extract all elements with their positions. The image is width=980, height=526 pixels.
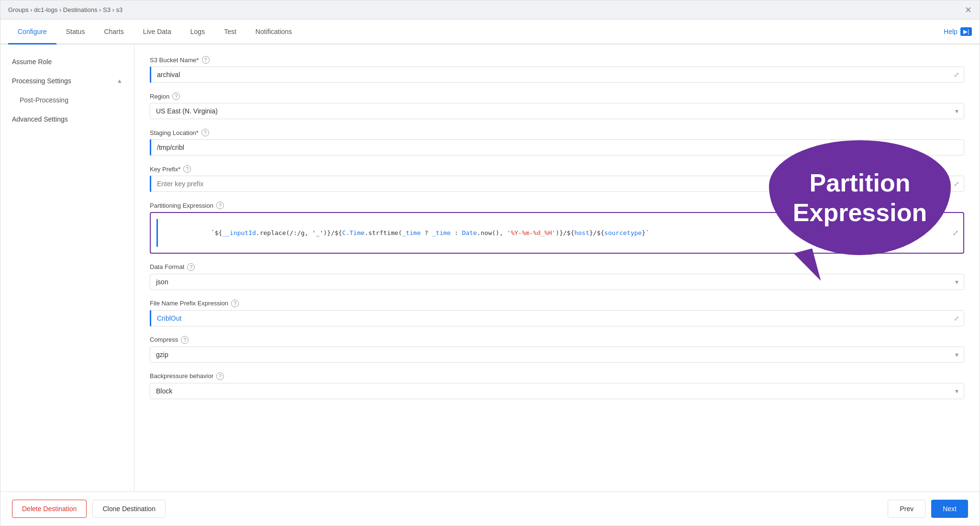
- file-name-prefix-expand-icon[interactable]: ⤢: [954, 314, 959, 322]
- partitioning-expression-help-icon[interactable]: ?: [216, 201, 224, 209]
- region-help-icon[interactable]: ?: [172, 92, 180, 100]
- data-format-select-wrapper: json: [150, 274, 964, 290]
- tab-bar: Configure Status Charts Live Data Logs T…: [0, 20, 980, 45]
- delete-destination-button[interactable]: Delete Destination: [12, 500, 87, 518]
- partitioning-blue-bar: [156, 219, 158, 247]
- sidebar-post-processing-label: Post-Processing: [20, 96, 68, 104]
- backpressure-group: Backpressure behavior ? Block: [150, 372, 964, 399]
- compress-select-wrapper: gzip: [150, 347, 964, 363]
- s3-bucket-name-label: S3 Bucket Name* ?: [150, 56, 964, 64]
- backpressure-select[interactable]: Block: [150, 383, 964, 399]
- main-content: Assume Role Processing Settings ▲ Post-P…: [0, 45, 980, 492]
- sidebar-item-assume-role[interactable]: Assume Role: [0, 52, 134, 71]
- tab-status[interactable]: Status: [56, 20, 95, 45]
- partitioning-expand-icon[interactable]: ⤢: [952, 228, 958, 237]
- key-prefix-expand-icon[interactable]: ⤢: [954, 180, 959, 188]
- speech-bubble-text: Partition Expression: [783, 158, 936, 237]
- help-label: Help: [944, 28, 958, 35]
- prev-button[interactable]: Prev: [888, 500, 925, 518]
- backpressure-label: Backpressure behavior ?: [150, 372, 964, 380]
- file-name-prefix-input[interactable]: [150, 310, 964, 326]
- file-name-prefix-input-wrapper: ⤢: [150, 310, 964, 326]
- chevron-up-icon: ▲: [117, 78, 122, 84]
- s3-bucket-name-input[interactable]: [150, 67, 964, 83]
- form-content: Partition Expression S3 Bucket Name* ? ⤢: [134, 45, 980, 492]
- tab-live-data[interactable]: Live Data: [134, 20, 181, 45]
- s3-bucket-name-group: S3 Bucket Name* ? ⤢: [150, 56, 964, 83]
- s3-bucket-help-icon[interactable]: ?: [202, 56, 210, 64]
- key-prefix-blue-bar: [150, 176, 151, 192]
- data-format-help-icon[interactable]: ?: [187, 263, 195, 271]
- sidebar-advanced-settings-label: Advanced Settings: [12, 115, 68, 123]
- file-name-prefix-help-icon[interactable]: ?: [231, 300, 239, 307]
- backpressure-select-wrapper: Block: [150, 383, 964, 399]
- sidebar-assume-role-label: Assume Role: [12, 58, 52, 66]
- breadcrumb: Groups › dc1-logs › Destinations › S3 › …: [8, 6, 122, 13]
- tab-test[interactable]: Test: [214, 20, 246, 45]
- compress-select[interactable]: gzip: [150, 347, 964, 363]
- data-format-group: Data Format ? json: [150, 263, 964, 290]
- compress-group: Compress ? gzip: [150, 336, 964, 363]
- compress-label: Compress ?: [150, 336, 964, 344]
- key-prefix-help-icon[interactable]: ?: [183, 165, 191, 173]
- region-label: Region ?: [150, 92, 964, 100]
- clone-destination-button[interactable]: Clone Destination: [92, 500, 166, 518]
- data-format-label: Data Format ?: [150, 263, 964, 271]
- help-button[interactable]: Help ▶|: [944, 27, 972, 36]
- next-button[interactable]: Next: [931, 500, 968, 518]
- region-group: Region ? US East (N. Virginia): [150, 92, 964, 119]
- speech-bubble: Partition Expression: [769, 140, 951, 255]
- tab-notifications[interactable]: Notifications: [246, 20, 301, 45]
- sidebar-processing-settings-label: Processing Settings: [12, 77, 71, 85]
- region-select[interactable]: US East (N. Virginia): [150, 103, 964, 119]
- title-bar: Groups › dc1-logs › Destinations › S3 › …: [0, 0, 980, 20]
- help-icon: ▶|: [960, 27, 972, 36]
- s3-bucket-name-input-wrapper: ⤢: [150, 67, 964, 83]
- footer: Delete Destination Clone Destination Pre…: [0, 492, 980, 526]
- tab-charts[interactable]: Charts: [94, 20, 133, 45]
- sidebar-item-post-processing[interactable]: Post-Processing: [0, 90, 134, 110]
- file-name-prefix-group: File Name Prefix Expression ? ⤢: [150, 300, 964, 326]
- backpressure-help-icon[interactable]: ?: [216, 372, 224, 380]
- data-format-select[interactable]: json: [150, 274, 964, 290]
- region-select-wrapper: US East (N. Virginia): [150, 103, 964, 119]
- s3-bucket-blue-bar: [150, 67, 151, 83]
- tab-logs[interactable]: Logs: [181, 20, 214, 45]
- sidebar-item-processing-settings[interactable]: Processing Settings ▲: [0, 71, 134, 90]
- s3-bucket-expand-icon[interactable]: ⤢: [954, 71, 959, 78]
- sidebar: Assume Role Processing Settings ▲ Post-P…: [0, 45, 134, 492]
- file-name-prefix-label: File Name Prefix Expression ?: [150, 300, 964, 307]
- file-name-prefix-blue-bar: [150, 310, 151, 326]
- close-button[interactable]: ✕: [965, 5, 972, 15]
- staging-location-help-icon[interactable]: ?: [201, 129, 209, 136]
- speech-bubble-wrapper: Partition Expression: [769, 140, 951, 255]
- tab-configure[interactable]: Configure: [8, 20, 56, 45]
- footer-right-buttons: Prev Next: [888, 500, 968, 518]
- footer-left-buttons: Delete Destination Clone Destination: [12, 500, 166, 518]
- staging-location-label: Staging Location* ?: [150, 129, 964, 136]
- staging-location-blue-bar: [150, 139, 151, 156]
- compress-help-icon[interactable]: ?: [181, 336, 189, 344]
- sidebar-item-advanced-settings[interactable]: Advanced Settings: [0, 110, 134, 129]
